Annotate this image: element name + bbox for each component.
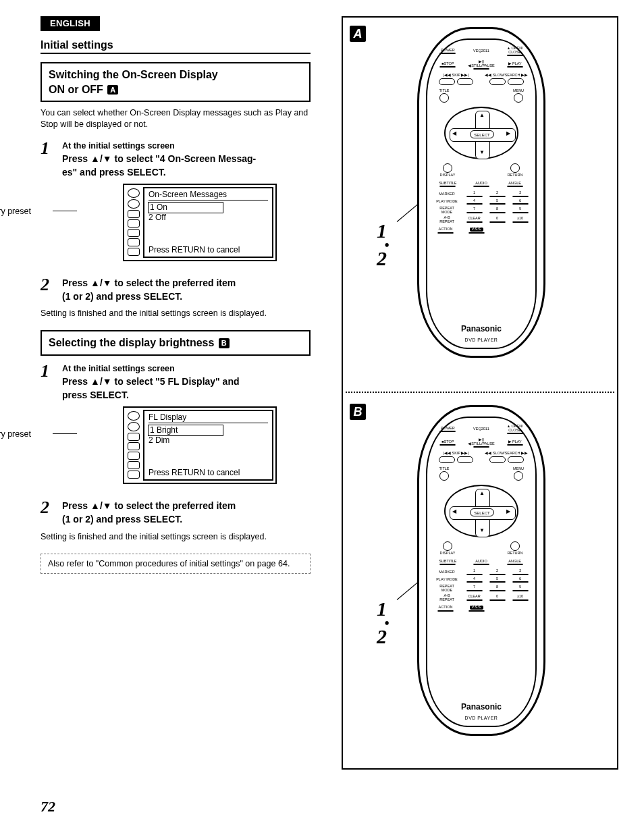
num-8-button[interactable] (489, 590, 506, 591)
heading-chip-b: B (219, 338, 230, 348)
play-button[interactable] (507, 444, 523, 446)
clear-button[interactable] (466, 599, 483, 601)
menu-button[interactable] (514, 93, 523, 103)
still-pause-button[interactable] (473, 68, 489, 70)
search-rew-button[interactable] (489, 78, 506, 85)
display-button[interactable] (443, 163, 452, 173)
subtitle-button[interactable] (439, 186, 456, 187)
step1-text-c: es" and press SELECT. (62, 165, 311, 179)
right-arrow-icon[interactable]: ▶ (506, 130, 510, 136)
down-arrow-icon[interactable]: ▼ (479, 149, 485, 155)
skip-prev-button[interactable] (439, 456, 455, 463)
osd-side-icons (126, 410, 141, 481)
num-1-label: 1 (473, 191, 475, 195)
stop-button[interactable] (439, 66, 456, 68)
power-button[interactable] (439, 53, 456, 54)
action-button[interactable] (437, 232, 454, 234)
open-close-button[interactable] (507, 433, 523, 434)
play-button[interactable] (507, 66, 523, 68)
clear-button[interactable] (466, 221, 483, 223)
skip-next-button[interactable] (457, 78, 473, 85)
title-button[interactable] (439, 471, 449, 481)
num-8-button[interactable] (489, 212, 506, 213)
audio-button[interactable] (473, 186, 489, 187)
heading-brightness: Selecting the display brightness B (41, 330, 311, 356)
num-7-button[interactable] (466, 590, 483, 591)
still-pause-button[interactable] (473, 446, 489, 448)
down-arrow-icon[interactable]: ▼ (479, 527, 485, 533)
audio-button[interactable] (473, 564, 489, 565)
audio-label: AUDIO (475, 560, 487, 564)
return-button[interactable] (510, 163, 520, 173)
osd-dialog-1: Factory preset On-Screen Messages 1 On 2… (61, 184, 297, 269)
up-down-arrows-icon: ▲/▼ (90, 376, 112, 387)
ab-repeat-label: A-B REPEAT (433, 216, 461, 223)
right-arrow-icon[interactable]: ▶ (506, 508, 510, 514)
display-label: DISPLAY (440, 552, 456, 556)
stop-button[interactable] (439, 444, 456, 446)
num-5-button[interactable] (489, 581, 506, 583)
skip-next-button[interactable] (457, 456, 473, 463)
step1b-a: Press (62, 376, 90, 387)
num-4-button[interactable] (466, 203, 483, 205)
num-6-button[interactable] (512, 581, 529, 583)
vss-button[interactable] (468, 610, 485, 612)
num-0-button[interactable] (489, 221, 506, 223)
left-arrow-icon[interactable]: ◀ (452, 130, 456, 136)
num-3-button[interactable] (512, 196, 529, 197)
step-number: 2 (41, 499, 55, 527)
osd-option-1: 1 On (149, 203, 223, 213)
num-7-button[interactable] (466, 212, 483, 213)
title-label: TITLE (439, 467, 450, 471)
num-0-button[interactable] (489, 599, 506, 601)
gte10-button[interactable] (512, 221, 529, 223)
select-button[interactable]: SELECT (470, 130, 494, 138)
direction-pad[interactable]: SELECT ▲ ▼ ◀ ▶ (444, 107, 518, 159)
search-fwd-button[interactable] (508, 456, 524, 463)
angle-button[interactable] (507, 564, 523, 565)
step1b-c: press SELECT. (62, 388, 311, 402)
left-arrow-icon[interactable]: ◀ (452, 508, 456, 514)
display-button[interactable] (443, 541, 452, 551)
heading-line1: Switching the On-Screen Display (49, 69, 218, 80)
marker-label: MARKER (433, 570, 461, 574)
step1-press: Press (62, 153, 90, 164)
heading-brightness-text: Selecting the display brightness (49, 337, 217, 348)
select-button[interactable]: SELECT (470, 508, 494, 516)
return-button[interactable] (510, 541, 520, 551)
action-button[interactable] (437, 610, 454, 612)
marker-label: MARKER (433, 192, 461, 196)
title-button[interactable] (439, 93, 449, 103)
menu-button[interactable] (514, 471, 523, 481)
num-4-button[interactable] (466, 581, 483, 583)
num-1-button[interactable] (466, 574, 483, 575)
num-3-button[interactable] (512, 574, 529, 575)
brand-label: Panasonic (433, 324, 530, 333)
vss-button[interactable] (468, 232, 485, 234)
num-2-button[interactable] (489, 574, 506, 575)
num-9-button[interactable] (512, 590, 529, 591)
gte10-button[interactable] (512, 599, 529, 601)
open-close-button[interactable] (507, 55, 523, 56)
heading-line2: ON or OFF (49, 84, 106, 95)
power-button[interactable] (439, 431, 456, 432)
skip-prev-button[interactable] (439, 78, 455, 85)
note-box: Also refer to "Common procedures of init… (41, 554, 311, 574)
num-6-button[interactable] (512, 203, 529, 205)
up-arrow-icon[interactable]: ▲ (479, 490, 485, 496)
num-5-button[interactable] (489, 203, 506, 205)
angle-button[interactable] (507, 186, 523, 187)
play-label: ▶ PLAY (508, 62, 522, 66)
search-fwd-button[interactable] (508, 78, 524, 85)
num-9-button[interactable] (512, 212, 529, 213)
display-label: DISPLAY (440, 173, 456, 178)
up-arrow-icon[interactable]: ▲ (479, 112, 485, 118)
search-rew-button[interactable] (489, 456, 506, 463)
num-1-button[interactable] (466, 196, 483, 197)
direction-pad[interactable]: SELECT ▲ ▼ ◀ ▶ (444, 485, 518, 537)
subtitle-button[interactable] (439, 564, 456, 565)
page-number: 72 (41, 798, 55, 815)
num-2-button[interactable] (489, 196, 506, 197)
osd-footer: Press RETURN to cancel (149, 223, 268, 255)
brand-label: Panasonic (433, 702, 530, 712)
